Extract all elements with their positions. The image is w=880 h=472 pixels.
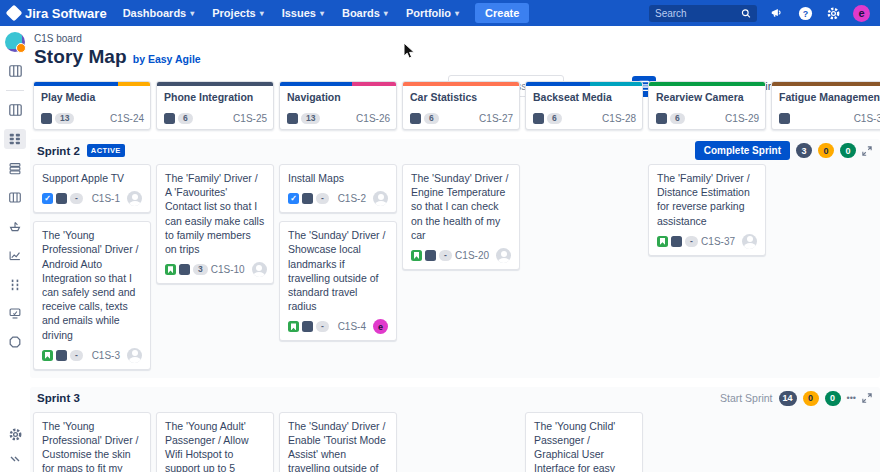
- priority-icon: [302, 193, 313, 204]
- epic-card-3[interactable]: Navigation13C1S-26: [279, 81, 397, 130]
- reports-icon[interactable]: [4, 245, 26, 265]
- estimate-badge: -: [685, 236, 698, 247]
- estimate-badge: 6: [424, 113, 439, 124]
- epic-card-5[interactable]: Backseat Media6C1S-28: [525, 81, 643, 130]
- done-count: 0: [825, 391, 841, 406]
- issue-card[interactable]: The 'Sunday' Driver / Engine Temperature…: [402, 164, 520, 270]
- issue-key: C1S-24: [110, 113, 144, 124]
- story-map-icon[interactable]: [4, 100, 26, 120]
- assignee-avatar[interactable]: [127, 191, 142, 206]
- sprint-header: Sprint 2ACTIVEComplete Sprint300: [30, 139, 880, 162]
- assignee-avatar[interactable]: [127, 348, 142, 363]
- sprint-more-button[interactable]: •••: [847, 393, 856, 403]
- estimate-badge: 6: [547, 113, 562, 124]
- priority-icon: [425, 250, 436, 261]
- task-type-icon: ✓: [42, 193, 53, 204]
- jira-logo[interactable]: Jira Software: [8, 6, 107, 21]
- issue-card[interactable]: The 'Young Professional' Driver / Androi…: [33, 221, 151, 370]
- sprint-header-actions: Start Sprint1400•••: [720, 391, 872, 406]
- epic-icon: [287, 113, 298, 124]
- menu-projects[interactable]: Projects▾: [212, 7, 263, 19]
- epic-card-1[interactable]: Play Media13C1S-24: [33, 81, 151, 130]
- epic-name: Fatigue Management: [772, 86, 880, 103]
- priority-icon: [671, 236, 682, 247]
- settings-icon[interactable]: [825, 5, 841, 21]
- structure-icon[interactable]: [4, 274, 26, 294]
- assignee-avatar[interactable]: [252, 262, 267, 277]
- issue-card[interactable]: The 'Sunday' Driver / Showcase local lan…: [279, 221, 397, 341]
- components-icon[interactable]: [4, 303, 26, 323]
- card-title: Install Maps: [288, 171, 388, 185]
- menu-portfolio[interactable]: Portfolio▾: [406, 7, 459, 19]
- releases-icon[interactable]: [4, 216, 26, 236]
- epic-card-6[interactable]: Rearview Camera6C1S-29: [648, 81, 766, 130]
- collapse-sprint-icon[interactable]: [862, 146, 872, 156]
- collapse-sprint-icon[interactable]: [862, 393, 872, 403]
- issue-card[interactable]: The 'Young Adult' Passenger / Allow Wifi…: [156, 412, 274, 472]
- issue-card[interactable]: Install Maps✓-C1S-2: [279, 164, 397, 213]
- megaphone-icon[interactable]: [769, 5, 785, 21]
- start-sprint-link[interactable]: Start Sprint: [720, 392, 773, 404]
- epic-card-7[interactable]: Fatigue ManagementC1S-3: [771, 81, 880, 130]
- collapse-sidebar-icon[interactable]: [4, 450, 26, 470]
- menu-label: Issues: [282, 7, 316, 19]
- assignee-avatar[interactable]: [742, 234, 757, 249]
- estimate-badge: 3: [193, 264, 208, 275]
- issue-card[interactable]: The 'Family' Driver / A 'Favourites' Con…: [156, 164, 274, 284]
- card-title: The 'Young Professional' Driver / Custom…: [42, 419, 142, 472]
- story-map-nav-icon[interactable]: [4, 61, 26, 81]
- issue-card[interactable]: Support Apple TV✓-C1S-1: [33, 164, 151, 213]
- menu-dashboards[interactable]: Dashboards▾: [123, 7, 195, 19]
- menu-issues[interactable]: Issues▾: [282, 7, 324, 19]
- story-type-icon: [42, 350, 53, 361]
- issue-card[interactable]: The 'Sunday' Driver / Enable 'Tourist Mo…: [279, 412, 397, 472]
- issue-key: C1S-25: [233, 113, 267, 124]
- bookmark-glyph: [168, 266, 173, 273]
- card-title: The 'Sunday' Driver / Enable 'Tourist Mo…: [288, 419, 388, 472]
- issue-card[interactable]: The 'Young Child' Passenger / Graphical …: [525, 412, 643, 472]
- board-grid-icon[interactable]: [4, 129, 26, 149]
- assignee-avatar[interactable]: [373, 191, 388, 206]
- breadcrumb[interactable]: C1S board: [34, 33, 880, 44]
- byline-link[interactable]: by Easy Agile: [133, 53, 201, 65]
- estimate-badge: -: [70, 350, 83, 361]
- epic-name: Car Statistics: [403, 86, 519, 103]
- addons-icon[interactable]: [4, 332, 26, 352]
- card-column: The 'Family' Driver / A 'Favourites' Con…: [156, 164, 274, 284]
- sprint-header: Sprint 3Start Sprint1400•••: [30, 387, 880, 410]
- card-title: The 'Family' Driver / Distance Estimatio…: [657, 171, 757, 228]
- epic-card-2[interactable]: Phone Integration6C1S-25: [156, 81, 274, 130]
- search-input[interactable]: [655, 8, 741, 19]
- epic-card-4[interactable]: Car Statistics6C1S-27: [402, 81, 520, 130]
- issue-key: C1S-3: [92, 350, 120, 361]
- card-column: The 'Young Adult' Passenger / Allow Wifi…: [156, 412, 274, 472]
- issue-key: C1S-20: [455, 250, 489, 261]
- estimate-badge: 13: [55, 113, 74, 124]
- epic-footer: 6C1S-28: [533, 113, 636, 124]
- chevron-down-icon: ▾: [260, 9, 264, 18]
- estimate-badge: -: [70, 193, 83, 204]
- search-box[interactable]: [649, 5, 757, 22]
- priority-icon: [56, 193, 67, 204]
- active-sprints-icon[interactable]: [4, 187, 26, 207]
- sprint-header-actions: Complete Sprint300: [695, 141, 872, 160]
- card-footer: -C1S-20: [411, 248, 511, 263]
- user-avatar[interactable]: e: [853, 5, 870, 22]
- project-avatar[interactable]: [5, 32, 25, 52]
- create-button[interactable]: Create: [475, 3, 529, 23]
- estimate-badge: -: [316, 193, 329, 204]
- help-icon[interactable]: ?: [797, 5, 813, 21]
- menu-label: Portfolio: [406, 7, 451, 19]
- complete-sprint-button[interactable]: Complete Sprint: [695, 141, 790, 160]
- sidebar-settings-icon[interactable]: [4, 424, 26, 444]
- assignee-avatar[interactable]: e: [373, 319, 388, 334]
- issue-card[interactable]: The 'Family' Driver / Distance Estimatio…: [648, 164, 766, 256]
- card-footer: ✓-C1S-1: [42, 191, 142, 206]
- sprint-cards-grid: The 'Young Professional' Driver / Custom…: [33, 412, 880, 472]
- chevron-down-icon: ▾: [455, 9, 459, 18]
- menu-boards[interactable]: Boards▾: [342, 7, 388, 19]
- issue-card[interactable]: The 'Young Professional' Driver / Custom…: [33, 412, 151, 472]
- backlog-icon[interactable]: [4, 158, 26, 178]
- assignee-avatar[interactable]: [496, 248, 511, 263]
- sprints-container: Sprint 2ACTIVEComplete Sprint300Support …: [30, 139, 880, 472]
